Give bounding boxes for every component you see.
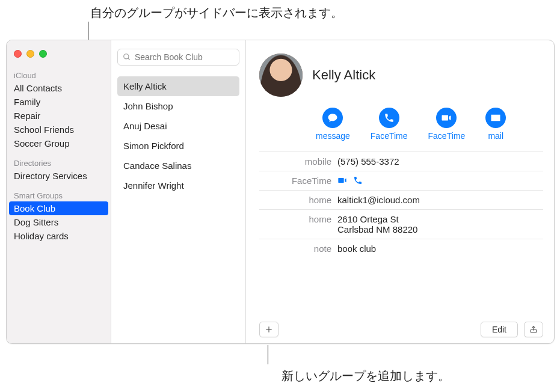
- minimize-window-button[interactable]: [26, 50, 34, 58]
- field-value[interactable]: (575) 555-3372: [337, 156, 543, 167]
- plus-icon: [265, 325, 273, 334]
- field-mobile: mobile (575) 555-3372: [259, 152, 543, 171]
- zoom-window-button[interactable]: [39, 50, 47, 58]
- edit-button[interactable]: Edit: [481, 322, 518, 337]
- svg-point-0: [124, 54, 129, 59]
- message-action[interactable]: message: [316, 108, 350, 141]
- field-value[interactable]: 2610 Ortega St Carlsbad NM 88220: [337, 214, 543, 234]
- field-label: note: [259, 243, 331, 254]
- field-value[interactable]: book club: [337, 243, 543, 254]
- contacts-window: iCloud All Contacts Family Repair School…: [6, 40, 555, 344]
- field-note: note book club: [259, 239, 543, 258]
- field-label: home: [259, 195, 331, 205]
- contact-item[interactable]: Candace Salinas: [117, 156, 239, 176]
- facetime-icons: [337, 176, 543, 186]
- share-button[interactable]: [524, 322, 543, 337]
- sidebar-item-family[interactable]: Family: [7, 95, 111, 109]
- close-window-button[interactable]: [14, 50, 22, 58]
- search-field[interactable]: [117, 49, 239, 66]
- avatar: [259, 54, 303, 97]
- action-label: FaceTime: [428, 131, 466, 141]
- contact-fields: mobile (575) 555-3372 FaceTime home kalt…: [259, 152, 543, 258]
- sidebar-item-directory-services[interactable]: Directory Services: [7, 169, 111, 183]
- sidebar-item-repair[interactable]: Repair: [7, 109, 111, 123]
- share-icon: [529, 325, 538, 334]
- sidebar-item-all-contacts[interactable]: All Contacts: [7, 81, 111, 95]
- field-label: mobile: [259, 156, 331, 167]
- search-input[interactable]: [135, 52, 234, 62]
- sidebar-item-holiday-cards[interactable]: Holiday cards: [7, 229, 111, 243]
- callout-bottom-line: [268, 345, 268, 364]
- callout-top-line: [88, 22, 88, 40]
- callout-top-text: 自分のグループがサイドバーに表示されます。: [90, 5, 343, 21]
- message-icon: [327, 112, 338, 123]
- sidebar-section-header: Directories: [7, 156, 111, 169]
- sidebar-section-header: Smart Groups: [7, 189, 111, 201]
- field-home-email: home kaltick1@icloud.com: [259, 190, 543, 209]
- contact-list: Kelly Altick John Bishop Anuj Desai Simo…: [117, 76, 239, 195]
- facetime-audio-action[interactable]: FaceTime: [371, 108, 408, 141]
- window-controls: [7, 44, 111, 69]
- action-label: mail: [488, 131, 503, 141]
- detail-bottom-bar: Edit: [259, 322, 543, 337]
- facetime-video-action[interactable]: FaceTime: [428, 108, 466, 141]
- contact-list-column: Kelly Altick John Bishop Anuj Desai Simo…: [111, 40, 246, 343]
- sidebar-section-header: iCloud: [7, 69, 111, 81]
- field-value[interactable]: kaltick1@icloud.com: [337, 195, 543, 205]
- contact-item[interactable]: Jennifer Wright: [117, 176, 239, 195]
- action-label: message: [316, 131, 350, 141]
- video-icon[interactable]: [337, 176, 347, 185]
- contact-item[interactable]: John Bishop: [117, 96, 239, 116]
- phone-icon: [384, 112, 395, 123]
- sidebar-item-dog-sitters[interactable]: Dog Sitters: [7, 215, 111, 229]
- sidebar-item-book-club[interactable]: Book Club: [9, 201, 108, 215]
- callout-bottom-text: 新しいグループを追加します。: [282, 368, 450, 384]
- sidebar: iCloud All Contacts Family Repair School…: [7, 40, 111, 343]
- contact-actions: message FaceTime FaceTime: [316, 108, 543, 141]
- field-facetime: FaceTime: [259, 171, 543, 190]
- contact-detail: Kelly Altick message FaceTime: [246, 40, 554, 343]
- field-label: home: [259, 214, 331, 234]
- contact-item[interactable]: Anuj Desai: [117, 116, 239, 136]
- phone-icon[interactable]: [353, 176, 363, 185]
- contact-item[interactable]: Simon Pickford: [117, 136, 239, 156]
- search-icon: [123, 53, 131, 61]
- mail-icon: [490, 112, 501, 123]
- video-icon: [441, 112, 452, 123]
- field-home-address: home 2610 Ortega St Carlsbad NM 88220: [259, 209, 543, 239]
- svg-line-1: [128, 58, 130, 60]
- add-button[interactable]: [259, 322, 278, 337]
- field-label: FaceTime: [259, 176, 331, 186]
- action-label: FaceTime: [371, 131, 408, 141]
- sidebar-item-soccer-group[interactable]: Soccer Group: [7, 136, 111, 150]
- contact-item[interactable]: Kelly Altick: [117, 76, 239, 96]
- sidebar-item-school-friends[interactable]: School Friends: [7, 123, 111, 136]
- contact-name: Kelly Altick: [312, 67, 375, 83]
- mail-action[interactable]: mail: [485, 108, 506, 141]
